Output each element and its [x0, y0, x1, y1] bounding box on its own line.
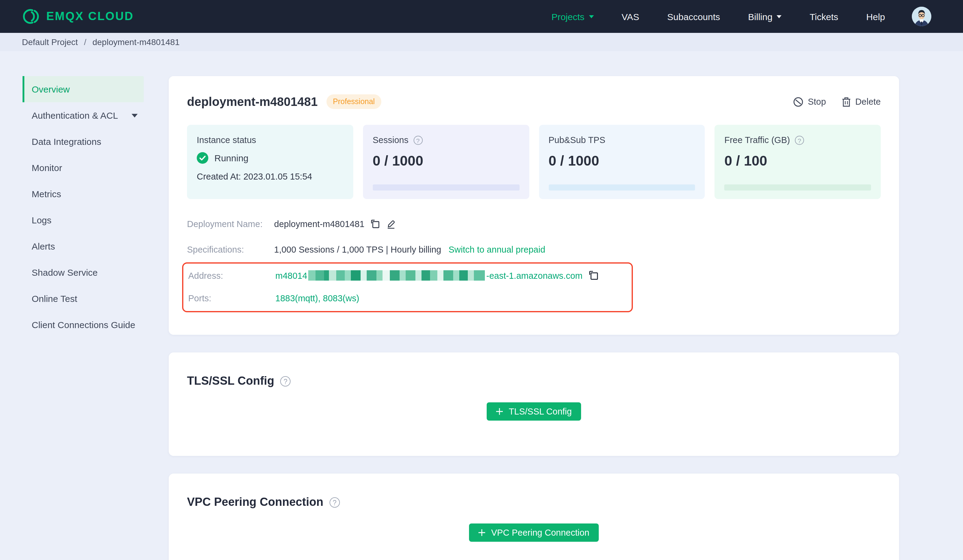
vpc-peering-title: VPC Peering Connection: [187, 495, 323, 509]
copy-icon: [589, 270, 599, 281]
ports-value: 1883(mqtt), 8083(ws): [275, 293, 359, 303]
stop-icon: [793, 97, 803, 107]
sidebar-item-authentication-acl[interactable]: Authentication & ACL: [23, 102, 144, 128]
address-redacted-block: [308, 270, 485, 281]
plus-icon: [496, 408, 503, 415]
breadcrumb-current: deployment-m4801481: [92, 37, 179, 47]
copy-icon: [371, 219, 380, 229]
sidebar-item-monitor[interactable]: Monitor: [23, 155, 144, 181]
tps-value: 0 / 1000: [548, 153, 695, 169]
chevron-down-icon: [589, 15, 593, 18]
copy-address-button[interactable]: [589, 270, 599, 281]
nav-item-billing[interactable]: Billing: [748, 11, 781, 22]
sessions-value: 0 / 1000: [373, 153, 520, 169]
stat-pubsub-tps: Pub&Sub TPS 0 / 1000: [539, 125, 705, 199]
deployment-name-row: Deployment Name: deployment-m4801481: [187, 211, 881, 237]
help-icon[interactable]: ?: [413, 136, 422, 144]
stat-sessions: Sessions ? 0 / 1000: [363, 125, 529, 199]
sidebar: Overview Authentication & ACL Data Integ…: [0, 51, 169, 338]
deployment-overview-card: deployment-m4801481 Professional Stop: [169, 76, 899, 335]
traffic-value: 0 / 100: [725, 153, 871, 169]
nav-item-vas[interactable]: VAS: [622, 11, 639, 22]
tls-ssl-card: TLS/SSL Config ? TLS/SSL Config: [169, 353, 899, 456]
connection-highlight-box: Address: m48014 -east-1.amazonaws.com: [182, 262, 633, 312]
main-content: deployment-m4801481 Professional Stop: [169, 51, 963, 560]
nav-item-projects[interactable]: Projects: [551, 11, 593, 22]
chevron-down-icon: [777, 15, 781, 18]
nav-item-tickets[interactable]: Tickets: [809, 11, 838, 22]
sessions-progress-bar: [373, 185, 520, 191]
sidebar-item-data-integrations[interactable]: Data Integrations: [23, 128, 144, 155]
add-tls-ssl-config-button[interactable]: TLS/SSL Config: [487, 402, 581, 421]
sidebar-item-metrics[interactable]: Metrics: [23, 181, 144, 207]
check-circle-icon: [197, 152, 208, 164]
address-row: Address: m48014 -east-1.amazonaws.com: [188, 264, 632, 287]
vpc-peering-card: VPC Peering Connection ? VPC Peering Con…: [169, 474, 899, 560]
trash-icon: [842, 97, 851, 107]
address-prefix: m48014: [275, 270, 307, 280]
deployment-name-value: deployment-m4801481: [274, 219, 365, 229]
breadcrumb-separator: /: [84, 37, 86, 47]
breadcrumb-project[interactable]: Default Project: [22, 37, 78, 47]
help-icon[interactable]: ?: [329, 497, 340, 507]
stat-free-traffic: Free Traffic (GB) ? 0 / 100: [715, 125, 881, 199]
nav-item-help[interactable]: Help: [866, 11, 885, 22]
user-avatar[interactable]: [912, 7, 931, 26]
sidebar-item-logs[interactable]: Logs: [23, 207, 144, 233]
stat-instance-status: Instance status Running Created A: [187, 125, 353, 199]
stats-row: Instance status Running Created A: [187, 125, 881, 199]
nav-item-subaccounts[interactable]: Subaccounts: [667, 11, 720, 22]
address-suffix: -east-1.amazonaws.com: [486, 270, 583, 280]
brand[interactable]: EMQX CLOUD: [22, 7, 134, 26]
help-icon[interactable]: ?: [795, 136, 804, 144]
breadcrumb: Default Project / deployment-m4801481: [0, 33, 963, 51]
traffic-progress-bar: [725, 185, 871, 191]
help-icon[interactable]: ?: [280, 376, 290, 386]
plan-badge: Professional: [326, 94, 382, 109]
add-vpc-peering-connection-button[interactable]: VPC Peering Connection: [469, 523, 598, 542]
primary-nav: Projects VAS Subaccounts Billing Tickets…: [551, 11, 885, 22]
emqx-cloud-console: EMQX CLOUD Projects VAS Subaccounts Bill…: [0, 0, 963, 560]
sidebar-item-online-test[interactable]: Online Test: [23, 285, 144, 312]
sidebar-item-client-connections-guide[interactable]: Client Connections Guide: [23, 312, 144, 338]
ports-row: Ports: 1883(mqtt), 8083(ws): [188, 287, 632, 309]
deployment-title: deployment-m4801481: [187, 95, 318, 108]
brand-name: EMQX CLOUD: [46, 10, 134, 23]
delete-button[interactable]: Delete: [842, 97, 881, 107]
copy-deployment-name-button[interactable]: [371, 219, 380, 229]
emqx-logo-icon: [22, 7, 40, 26]
status-running: Running: [214, 153, 248, 163]
tps-progress-bar: [548, 185, 695, 191]
top-navbar: EMQX CLOUD Projects VAS Subaccounts Bill…: [0, 0, 963, 33]
plus-icon: [478, 529, 486, 536]
specifications-row: Specifications: 1,000 Sessions / 1,000 T…: [187, 237, 881, 262]
created-at: Created At: 2023.01.05 15:54: [197, 172, 344, 181]
switch-to-annual-prepaid-link[interactable]: Switch to annual prepaid: [449, 245, 545, 254]
edit-pencil-icon: [386, 219, 396, 229]
chevron-down-icon: [131, 113, 138, 117]
sidebar-item-shadow-service[interactable]: Shadow Service: [23, 259, 144, 285]
sidebar-item-overview[interactable]: Overview: [23, 76, 144, 102]
tls-ssl-title: TLS/SSL Config: [187, 374, 274, 388]
deployment-details: Deployment Name: deployment-m4801481: [187, 211, 881, 312]
stop-button[interactable]: Stop: [793, 97, 826, 107]
specifications-value: 1,000 Sessions / 1,000 TPS | Hourly bill…: [274, 245, 441, 254]
edit-deployment-name-button[interactable]: [386, 219, 396, 229]
sidebar-item-alerts[interactable]: Alerts: [23, 233, 144, 259]
